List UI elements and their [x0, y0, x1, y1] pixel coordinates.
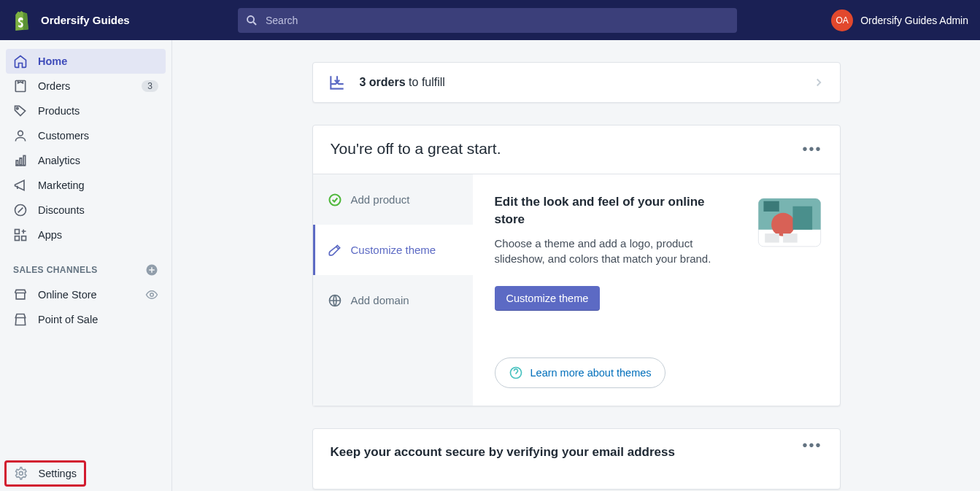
shopify-logo-icon [12, 10, 32, 31]
svg-point-20 [771, 213, 795, 236]
avatar: OA [831, 9, 853, 31]
svg-point-13 [150, 293, 154, 297]
channel-online-store[interactable]: Online Store [6, 282, 166, 307]
fulfill-icon [328, 73, 347, 92]
onboarding-steps: Add product Customize theme Add domain [313, 174, 473, 406]
fulfill-orders-card[interactable]: 3 orders to fulfill [312, 62, 841, 103]
svg-point-3 [17, 107, 19, 109]
sidebar: Home Orders 3 Products Customers Analyti… [0, 40, 172, 491]
svg-rect-23 [783, 233, 798, 242]
nav-label: Analytics [38, 155, 80, 166]
nav-label: Apps [38, 229, 62, 241]
nav-marketing[interactable]: Marketing [6, 173, 166, 198]
learn-more-label: Learn more about themes [530, 367, 652, 379]
step-add-product[interactable]: Add product [313, 174, 473, 225]
nav-label: Discounts [38, 204, 85, 216]
svg-rect-6 [20, 158, 22, 166]
svg-line-1 [253, 22, 256, 25]
svg-rect-19 [763, 201, 779, 212]
nav-label: Customers [38, 130, 89, 142]
svg-point-14 [19, 472, 23, 476]
channel-label: Online Store [38, 289, 97, 301]
svg-rect-22 [765, 233, 779, 242]
globe-icon [328, 293, 342, 308]
nav-label: Home [38, 55, 67, 67]
nav-label: Products [38, 105, 80, 117]
verify-title: Keep your account secure by verifying yo… [331, 445, 675, 460]
store-name[interactable]: Ordersify Guides [41, 14, 130, 26]
topbar: Ordersify Guides OA Ordersify Guides Adm… [0, 0, 980, 40]
nav-orders[interactable]: Orders 3 [6, 74, 166, 98]
channels-title: SALES CHANNELS [13, 265, 98, 275]
svg-rect-21 [792, 206, 812, 230]
nav-analytics[interactable]: Analytics [6, 148, 166, 173]
online-store-icon [13, 287, 28, 302]
fulfill-rest: to fulfill [406, 76, 445, 88]
step-customize-theme[interactable]: Customize theme [313, 225, 473, 275]
question-circle-icon [509, 366, 523, 380]
nav-home[interactable]: Home [6, 49, 166, 74]
theme-illustration [757, 193, 822, 252]
nav-products[interactable]: Products [6, 98, 166, 123]
step-label: Add domain [351, 294, 409, 306]
channel-pos[interactable]: Point of Sale [6, 307, 166, 332]
orders-icon [13, 79, 28, 93]
onboarding-title: You're off to a great start. [331, 140, 501, 158]
step-label: Add product [351, 193, 410, 206]
svg-rect-9 [15, 230, 20, 234]
view-store-icon[interactable] [145, 288, 158, 301]
chevron-right-icon [812, 76, 825, 89]
marketing-icon [13, 178, 28, 193]
customize-theme-button[interactable]: Customize theme [495, 286, 601, 311]
onboarding-detail: Edit the look and feel of your online st… [473, 174, 840, 406]
detail-desc: Choose a theme and add a logo, product s… [495, 236, 736, 268]
settings-button[interactable]: Settings [4, 460, 86, 487]
home-icon [13, 54, 28, 69]
check-circle-icon [328, 193, 342, 207]
fulfill-count: 3 orders [360, 76, 406, 88]
svg-rect-11 [15, 236, 20, 241]
channel-label: Point of Sale [38, 314, 98, 325]
svg-point-0 [247, 16, 254, 23]
apps-icon [13, 228, 28, 242]
main-content: 3 orders to fulfill You're off to a grea… [172, 40, 980, 491]
step-label: Customize theme [351, 244, 436, 256]
step-add-domain[interactable]: Add domain [313, 275, 473, 325]
add-channel-icon[interactable] [145, 263, 158, 277]
nav-label: Marketing [38, 179, 85, 191]
onboarding-card: You're off to a great start. ••• Add pro… [312, 125, 841, 406]
nav-discounts[interactable]: Discounts [6, 198, 166, 223]
products-icon [13, 104, 28, 118]
detail-title: Edit the look and feel of your online st… [495, 193, 736, 228]
customers-icon [13, 128, 28, 143]
brush-icon [328, 243, 342, 258]
orders-badge: 3 [142, 80, 158, 92]
search-wrap [238, 8, 737, 33]
svg-rect-5 [16, 161, 18, 166]
nav-label: Orders [38, 80, 70, 92]
svg-point-4 [18, 131, 23, 136]
settings-label: Settings [39, 468, 77, 479]
admin-name: Ordersify Guides Admin [860, 15, 968, 26]
sales-channels-header: SALES CHANNELS [0, 247, 171, 282]
logo-area: Ordersify Guides [12, 10, 238, 31]
search-input[interactable] [238, 8, 737, 33]
svg-rect-10 [22, 236, 26, 241]
nav-apps[interactable]: Apps [6, 223, 166, 247]
nav-customers[interactable]: Customers [6, 123, 166, 148]
discounts-icon [13, 203, 28, 217]
analytics-icon [13, 153, 28, 168]
fulfill-text: 3 orders to fulfill [360, 76, 799, 89]
verify-email-card: Keep your account secure by verifying yo… [312, 428, 841, 490]
pos-icon [13, 312, 28, 327]
account-menu[interactable]: OA Ordersify Guides Admin [831, 9, 968, 31]
learn-more-themes-link[interactable]: Learn more about themes [495, 357, 665, 388]
svg-rect-7 [23, 155, 25, 165]
gear-icon [14, 466, 28, 481]
search-icon [245, 14, 258, 27]
